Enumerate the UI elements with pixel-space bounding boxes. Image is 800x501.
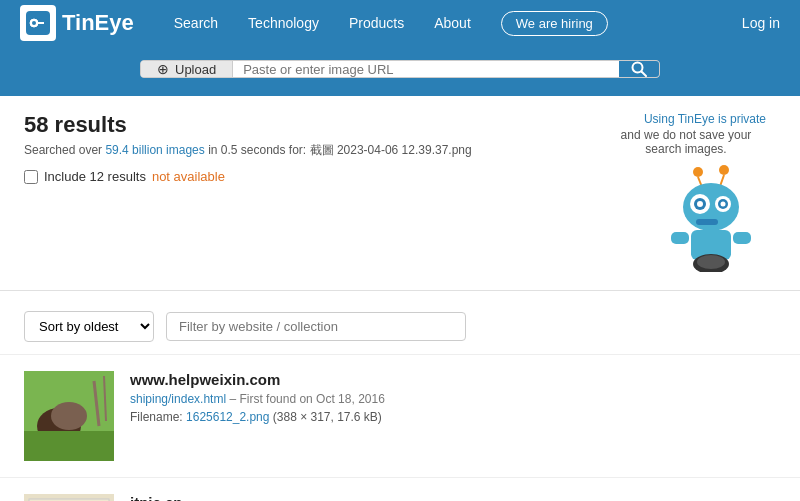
svg-rect-20 bbox=[733, 232, 751, 244]
result-site-1: www.helpweixin.com bbox=[130, 371, 776, 388]
header: TinEye Search Technology Products About … bbox=[0, 0, 800, 46]
searched-filename: 截圖 2023-04-06 12.39.37.png bbox=[310, 143, 472, 157]
meta-prefix: Searched over bbox=[24, 143, 102, 157]
results-left: 58 results Searched over 59.4 billion im… bbox=[24, 112, 606, 184]
nav-search[interactable]: Search bbox=[174, 15, 218, 31]
svg-rect-17 bbox=[696, 219, 718, 225]
logo-text: TinEye bbox=[62, 10, 134, 36]
filter-input[interactable] bbox=[166, 312, 466, 341]
privacy-sub: and we do not save your search images. bbox=[606, 128, 766, 156]
nav-products[interactable]: Products bbox=[349, 15, 404, 31]
filename-link-1[interactable]: 1625612_2.png bbox=[186, 410, 269, 424]
robot-area: Using TinEye is private and we do not sa… bbox=[606, 112, 776, 272]
results-section: 58 results Searched over 59.4 billion im… bbox=[0, 96, 800, 282]
upload-button[interactable]: ⊕ Upload bbox=[141, 61, 233, 77]
robot-mascot bbox=[656, 162, 766, 272]
upload-icon: ⊕ bbox=[157, 61, 169, 77]
result-thumbnail-1 bbox=[24, 371, 114, 461]
include-row: Include 12 results not available bbox=[24, 169, 606, 184]
hiring-button[interactable]: We are hiring bbox=[501, 11, 608, 36]
results-count: 58 results bbox=[24, 112, 606, 138]
search-form: ⊕ Upload bbox=[140, 60, 660, 78]
logo[interactable]: TinEye bbox=[20, 5, 134, 41]
nav-about[interactable]: About bbox=[434, 15, 471, 31]
divider bbox=[0, 290, 800, 291]
main-nav: Search Technology Products About We are … bbox=[174, 11, 742, 36]
result-info-1: www.helpweixin.com shiping/index.html – … bbox=[130, 371, 776, 461]
svg-point-16 bbox=[721, 202, 726, 207]
filename-label-1: Filename: bbox=[130, 410, 183, 424]
filesize-1: (388 × 317, 17.6 kB) bbox=[273, 410, 382, 424]
login-link[interactable]: Log in bbox=[742, 15, 780, 31]
search-icon bbox=[631, 61, 647, 77]
results-meta: Searched over 59.4 billion images in 0.5… bbox=[24, 142, 606, 159]
meta-middle: in 0.5 seconds for: bbox=[208, 143, 306, 157]
search-submit-button[interactable] bbox=[619, 61, 659, 77]
privacy-text: Using TinEye is private bbox=[644, 112, 766, 126]
upload-label: Upload bbox=[175, 62, 216, 77]
nav-technology[interactable]: Technology bbox=[248, 15, 319, 31]
privacy-link[interactable]: Using TinEye is private bbox=[644, 112, 766, 126]
result-item-2: jtpic.cn jtpics/ZTPmm53lhbDlt57nhornjKve… bbox=[0, 477, 800, 501]
result-url-meta-1: – First found on Oct 18, 2016 bbox=[229, 392, 384, 406]
svg-point-2 bbox=[32, 21, 36, 25]
include-checkbox[interactable] bbox=[24, 170, 38, 184]
result-meta-1: shiping/index.html – First found on Oct … bbox=[130, 392, 776, 406]
search-bar: ⊕ Upload bbox=[0, 46, 800, 96]
svg-point-25 bbox=[51, 402, 87, 430]
result-site-2: jtpic.cn bbox=[130, 494, 776, 501]
include-label: Include 12 results bbox=[44, 169, 146, 184]
result-info-2: jtpic.cn jtpics/ZTPmm53lhbDlt57nhornjKve… bbox=[130, 494, 776, 501]
result-thumbnail-2 bbox=[24, 494, 114, 501]
svg-point-8 bbox=[719, 165, 729, 175]
logo-icon bbox=[20, 5, 56, 41]
svg-point-6 bbox=[693, 167, 703, 177]
sort-select[interactable]: Sort by oldest bbox=[24, 311, 154, 342]
url-input[interactable] bbox=[233, 61, 619, 77]
svg-point-22 bbox=[697, 255, 725, 269]
filter-bar: Sort by oldest bbox=[0, 299, 800, 354]
svg-point-13 bbox=[697, 201, 703, 207]
not-available-link[interactable]: not available bbox=[152, 169, 225, 184]
svg-line-5 bbox=[642, 72, 647, 77]
svg-rect-26 bbox=[24, 431, 114, 461]
result-filename-1: Filename: 1625612_2.png (388 × 317, 17.6… bbox=[130, 410, 776, 424]
svg-rect-19 bbox=[671, 232, 689, 244]
result-url-1[interactable]: shiping/index.html bbox=[130, 392, 226, 406]
images-count-link[interactable]: 59.4 billion images bbox=[105, 143, 204, 157]
result-item: www.helpweixin.com shiping/index.html – … bbox=[0, 354, 800, 477]
